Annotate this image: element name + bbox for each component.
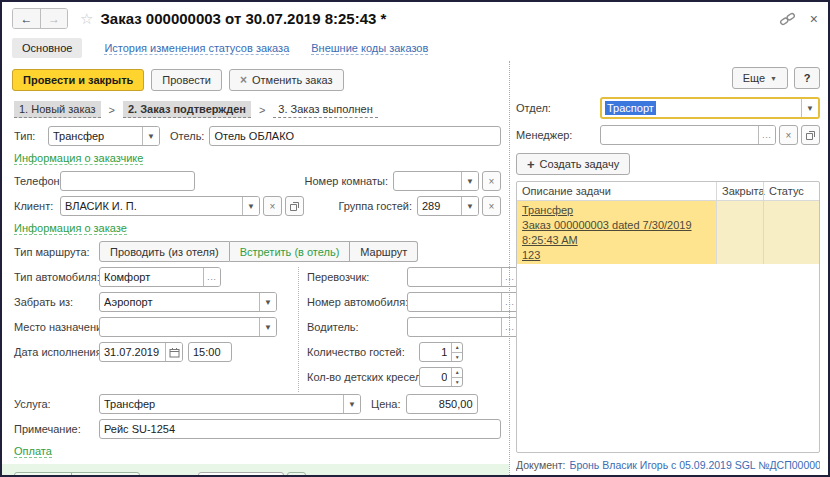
type-input[interactable] [49,127,142,145]
hotel-input[interactable] [210,127,500,145]
car-type-row: Тип автомобиля: ... [14,267,296,287]
cancel-order-button[interactable]: × Отменить заказ [229,69,344,91]
manager-clear-icon[interactable]: × [779,125,798,145]
room-input[interactable] [394,172,461,190]
exec-date-input[interactable] [100,343,165,361]
manager-open-icon[interactable] [801,125,820,145]
driver-input[interactable] [408,318,501,336]
task-link-line1[interactable]: Трансфер [522,203,711,218]
car-number-input[interactable] [408,293,501,311]
manager-input[interactable] [601,126,758,144]
calculator-icon[interactable] [287,472,306,477]
post-and-close-button[interactable]: Провести и закрыть [12,69,144,91]
department-field[interactable]: Траспорт ▼ [600,97,820,119]
service-input[interactable] [100,395,343,413]
tab-external-codes[interactable]: Внешние коды заказов [311,42,428,55]
more-label: Еще [743,72,765,84]
room-label: Номер комнаты: [305,175,388,187]
room-dropdown-icon[interactable]: ▼ [461,172,478,190]
order-info-group-link[interactable]: Информация о заказе [14,222,127,235]
guest-group-clear-icon[interactable]: × [482,196,501,216]
department-dropdown-icon[interactable]: ▼ [801,99,818,117]
car-type-input[interactable] [100,268,203,286]
favorite-star-icon[interactable]: ☆ [80,10,93,28]
transport-right-column: Перевозчик: ... Номер автомобиля: [298,267,541,392]
route-from-hotel-button[interactable]: Проводить (из отеля) [99,241,230,262]
get-link-icon[interactable] [779,11,796,27]
child-seats-input[interactable] [420,368,451,386]
pickup-row: Забрать из: ▼ [14,292,296,312]
driver-row: Водитель: ... [307,317,541,337]
child-seats-spin-up-icon[interactable]: ▲ [452,368,462,377]
step-order-done[interactable]: 3. Заказ выполнен [273,101,377,118]
client-dropdown-icon[interactable]: ▼ [242,197,259,215]
tasks-panel: Еще ▼ ? Отдел: Траспорт ▼ Менеджер: ... [509,61,828,475]
pickup-input[interactable] [100,293,259,311]
sum-field [198,472,284,477]
price-field [406,394,478,414]
document-link[interactable]: Бронь Власик Игорь с 05.09.2019 SGL №ДСП… [570,459,821,471]
help-button[interactable]: ? [794,67,820,89]
create-task-button[interactable]: + Создать задачу [516,153,630,175]
child-seats-row: Кол-во детских кресел: ▲ ▼ [307,367,541,387]
back-button[interactable]: ← [13,9,40,28]
route-meet-button[interactable]: Встретить (в отель) [230,241,351,262]
client-clear-icon[interactable]: × [263,196,282,216]
task-row[interactable]: Трансфер Заказ 000000003 dated 7/30/2019… [517,201,819,264]
post-button[interactable]: Провести [151,69,222,91]
titlebar: ← → ☆ Заказ 000000003 от 30.07.2019 8:25… [2,2,828,35]
task-closed-cell [716,201,763,264]
guest-count-spin-down-icon[interactable]: ▼ [452,352,462,362]
guest-count-input[interactable] [420,343,451,361]
tab-status-history[interactable]: История изменения статусов заказа [104,42,289,55]
column-header-closed[interactable]: Закрыта [716,182,763,200]
step-order-confirmed[interactable]: 2. Заказ подтвержден [123,101,251,118]
task-link-line2[interactable]: Заказ 000000003 dated 7/30/2019 8:25:43 … [522,218,711,248]
client-open-icon[interactable] [285,196,304,216]
note-input[interactable] [100,420,500,438]
calendar-icon[interactable] [165,343,182,361]
guest-group-dropdown-icon[interactable]: ▼ [461,197,478,215]
step-separator: > [259,104,265,116]
destination-input[interactable] [100,318,259,336]
hotel-field [209,126,501,146]
destination-dropdown-icon[interactable]: ▼ [259,318,276,336]
type-dropdown-icon[interactable]: ▼ [142,127,159,145]
service-dropdown-icon[interactable]: ▼ [343,395,360,413]
route-route-button[interactable]: Маршрут [350,241,418,262]
client-input[interactable] [61,197,242,215]
exec-time-input[interactable] [189,343,231,361]
phone-field [60,171,195,191]
forward-button[interactable]: → [40,9,67,28]
car-type-ellipsis-icon[interactable]: ... [203,268,220,286]
guest-group-input[interactable] [418,197,461,215]
column-header-description[interactable]: Описание задачи [517,182,716,200]
pickup-label: Забрать из: [14,296,99,308]
type-label: Тип: [14,130,48,142]
phone-input[interactable] [61,172,194,190]
step-new-order[interactable]: 1. Новый заказ [14,101,101,118]
more-arrow-icon: ▼ [770,75,777,82]
column-header-status[interactable]: Статус [763,182,819,200]
driver-field: ... [407,317,519,337]
customer-info-group-link[interactable]: Информация о заказчике [14,152,143,165]
to-cash-button[interactable]: В кассу [15,473,71,477]
service-label: Услуга: [14,398,99,410]
payment-group-link[interactable]: Оплата [14,445,52,458]
sum-input[interactable] [199,473,283,477]
carrier-input[interactable] [408,268,501,286]
to-room-button[interactable]: На номер [71,473,139,477]
child-seats-spin-down-icon[interactable]: ▼ [452,377,462,387]
more-button[interactable]: Еще ▼ [732,67,788,89]
panel-toolbar: Еще ▼ ? [516,67,820,89]
task-link-line3[interactable]: 123 [522,248,711,263]
price-input[interactable] [407,395,477,413]
manager-ellipsis-icon[interactable]: ... [758,126,775,144]
close-icon[interactable]: × [810,12,818,26]
pickup-dropdown-icon[interactable]: ▼ [259,293,276,311]
guest-count-spin-up-icon[interactable]: ▲ [452,343,462,352]
titlebar-actions: × [779,11,818,27]
tab-main[interactable]: Основное [12,38,82,58]
manager-label: Менеджер: [516,129,600,141]
room-clear-icon[interactable]: × [482,171,501,191]
